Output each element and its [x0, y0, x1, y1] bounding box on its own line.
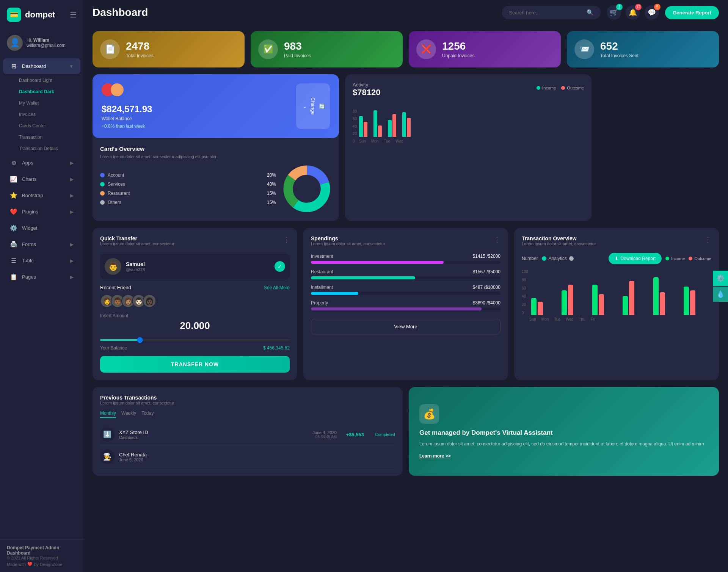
nav-sub-transaction-details[interactable]: Transaction Details	[0, 143, 83, 154]
sidebar-item-bootstrap[interactable]: ⭐ Bootstrap ▶	[3, 188, 80, 203]
wed-income-bar	[623, 296, 628, 315]
quick-transfer-desc: Lorem ipsum dolor sit amet, consectetur	[100, 241, 174, 246]
nav-sub-wallet[interactable]: My Wallet	[0, 97, 83, 109]
page-title: Dashboard	[93, 6, 496, 19]
day-tue-label: Tue	[554, 317, 560, 321]
day-mon-label: Mon	[541, 317, 549, 321]
tab-weekly[interactable]: Weekly	[121, 411, 136, 418]
paid-invoices-label: Paid Invoices	[284, 53, 311, 58]
made-author: by DesignZone	[34, 562, 62, 567]
cart-icon-wrap[interactable]: 🛒 2	[607, 5, 621, 20]
bar-day-labels: Sun Mon Tue Wed	[359, 139, 584, 143]
nav-sub-dashboard-dark[interactable]: Dashboard Dark	[0, 86, 83, 97]
va-icon: 💰	[419, 404, 439, 424]
search-input[interactable]	[509, 10, 584, 16]
nav-label: Pages	[22, 274, 36, 280]
tx-type-2: June 5, 2020	[119, 458, 337, 462]
tx-info-2: Chef Renata June 5, 2020	[119, 452, 337, 462]
nav-label: Plugins	[22, 209, 38, 215]
day-sun-label: Sun	[529, 317, 536, 321]
thu-outcome-bar	[660, 292, 665, 315]
see-all-link[interactable]: See All More	[264, 285, 290, 290]
app-name: dompet	[25, 10, 55, 20]
float-theme-button[interactable]: 💧	[713, 287, 728, 302]
download-report-button[interactable]: ⬇ Download Report	[609, 253, 662, 264]
wallet-label: Wallet Balance	[102, 116, 290, 121]
restaurant-label: Restaurant	[311, 269, 333, 274]
header: Dashboard 🔍 🛒 2 🔔 12 💬 5 Generate Report	[83, 0, 728, 25]
tab-monthly[interactable]: Monthly	[100, 411, 116, 418]
transaction-overview-menu[interactable]: ⋮	[704, 235, 711, 244]
main-content: Dashboard 🔍 🛒 2 🔔 12 💬 5 Generate Report	[83, 0, 728, 572]
tab-today[interactable]: Today	[141, 411, 154, 418]
username: William	[33, 38, 49, 43]
wallet-section: $824,571.93 Wallet Balance +0.8% than la…	[93, 74, 339, 138]
bell-icon-wrap[interactable]: 🔔 12	[626, 5, 640, 20]
quick-transfer-menu[interactable]: ⋮	[283, 235, 290, 244]
sidebar-item-apps[interactable]: ⊕ Apps ▶	[3, 155, 80, 171]
apps-icon: ⊕	[10, 159, 17, 166]
refresh-icon: 🔄	[319, 103, 325, 109]
cards-overview-desc: Lorem ipsum dolor sit amet, consectetur …	[100, 154, 331, 159]
chevron-right-icon: ▶	[70, 177, 74, 182]
bar	[373, 110, 377, 137]
sidebar-item-plugins[interactable]: ❤️ Plugins ▶	[3, 204, 80, 219]
amount-slider[interactable]	[100, 339, 290, 341]
dashboard-icon: ⊞	[10, 63, 17, 70]
message-icon-wrap[interactable]: 💬 5	[645, 5, 659, 20]
nav-sub-transaction[interactable]: Transaction	[0, 132, 83, 143]
donut-chart	[282, 164, 331, 213]
friend-avatar-5[interactable]: 👩🏿	[143, 294, 156, 308]
day-fri-label: Fri	[591, 317, 595, 321]
float-settings-button[interactable]: ⚙️	[713, 271, 728, 286]
activity-title: Activity	[353, 82, 380, 88]
content-area: 📄 2478 Total Invoices ✅ 983 Paid Invoice…	[83, 25, 728, 572]
transaction-overview-desc: Lorem ipsum dolor sit amet, consectetur	[522, 241, 596, 246]
sidebar: 💳 dompet ☰ 👤 Hi, William william@gmail.c…	[0, 0, 83, 572]
sidebar-item-widget[interactable]: ⚙️ Widget	[3, 220, 80, 236]
change-label: Change	[310, 97, 316, 115]
sidebar-item-charts[interactable]: 📈 Charts ▶	[3, 171, 80, 187]
sidebar-item-pages[interactable]: 📋 Pages ▶	[3, 269, 80, 285]
va-learn-more-link[interactable]: Learn more >>	[419, 453, 708, 459]
unpaid-invoices-label: Unpaid Invoices	[442, 53, 474, 58]
spendings-menu[interactable]: ⋮	[494, 235, 500, 244]
bar	[388, 120, 392, 137]
income-label-to: Income	[671, 256, 685, 261]
nav-sub-invoices[interactable]: Invoices	[0, 109, 83, 120]
transfer-user-card: 👨 Samuel @sum224 ✓	[100, 254, 290, 279]
nav-sub-cards[interactable]: Cards Center	[0, 120, 83, 132]
total-invoices-label: Total Invoices	[126, 53, 154, 58]
sidebar-item-dashboard[interactable]: ⊞ Dashboard ▼	[3, 58, 80, 74]
cards-overview-title: Card's Overview	[100, 146, 331, 152]
avatar: 👤	[7, 35, 23, 51]
unpaid-invoices-icon: ❌	[416, 39, 436, 59]
view-more-button[interactable]: View More	[311, 319, 500, 334]
spendings-title: Spendings	[311, 235, 385, 241]
nav-sub-dashboard-light[interactable]: Dashboard Light	[0, 75, 83, 86]
activity-bar-chart	[359, 103, 584, 137]
wallet-change-button[interactable]: 🔄 Change ⌄	[296, 83, 330, 129]
day-thu-label: Thu	[579, 317, 585, 321]
spending-property: Property $3890 /$4000	[311, 300, 500, 310]
hamburger-icon[interactable]: ☰	[70, 10, 77, 19]
sidebar-item-table[interactable]: ☰ Table ▶	[3, 253, 80, 268]
investment-label: Investment	[311, 254, 333, 259]
nav-label: Charts	[22, 176, 36, 182]
sidebar-item-forms[interactable]: 🖨️ Forms ▶	[3, 237, 80, 252]
chevron-right-icon: ▶	[70, 258, 74, 263]
sun-outcome-bar	[538, 302, 543, 315]
outcome-dot-to	[689, 257, 692, 260]
account-dot	[100, 173, 105, 177]
transfer-now-button[interactable]: TRANSFER NOW	[100, 356, 290, 373]
virtual-assistant-section: 💰 Get managed by Dompet's Virtual Assist…	[409, 387, 719, 476]
insert-amount-label: Insert Amount	[100, 313, 290, 318]
transfer-user-name: Samuel	[126, 261, 145, 267]
sidebar-user: 👤 Hi, William william@gmail.com	[0, 30, 83, 58]
sun-income-bar	[531, 298, 537, 315]
transfer-user-avatar: 👨	[105, 258, 121, 275]
generate-report-button[interactable]: Generate Report	[665, 6, 719, 19]
download-icon: ⬇	[615, 256, 618, 261]
settings-icon: ⚙️	[716, 274, 725, 282]
income-label: Income	[542, 86, 556, 90]
